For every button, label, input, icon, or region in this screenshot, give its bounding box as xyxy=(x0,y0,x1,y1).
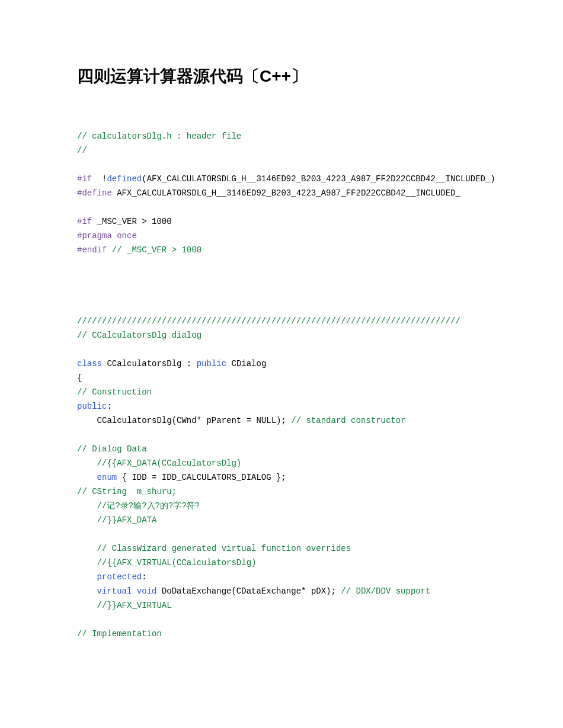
code-token: // CString m_shuru; xyxy=(77,487,177,496)
code-token: CDialog xyxy=(226,359,266,368)
code-token: public xyxy=(77,402,107,411)
code-token: //}}AFX_VIRTUAL xyxy=(97,601,172,610)
code-token: { IDD = IDD_CALCULATORS_DIALOG }; xyxy=(117,473,286,482)
code-token: //{{AFX_VIRTUAL(CCalculatorsDlg) xyxy=(97,558,257,567)
code-token: // Construction xyxy=(77,387,152,397)
code-token: CCalculatorsDlg : xyxy=(102,359,197,368)
code-token: AFX_CALCULATORSDLG_H__3146ED92_B203_4223… xyxy=(112,188,460,198)
code-token: #if xyxy=(77,217,92,226)
code-token: //}}AFX_DATA xyxy=(97,515,157,525)
code-token xyxy=(77,572,97,582)
code-token xyxy=(107,245,111,255)
code-token xyxy=(77,601,97,610)
code-token: #define xyxy=(77,188,112,198)
code-token: DoDataExchange(CDataExchange* pDX); xyxy=(156,586,341,596)
code-token: //记?录?输?入?的?字?符? xyxy=(97,501,200,511)
code-token: protected xyxy=(97,572,142,582)
code-token xyxy=(77,586,97,596)
code-token: #pragma once xyxy=(77,231,137,240)
code-token: { xyxy=(77,373,82,383)
code-token: // CCalculatorsDlg dialog xyxy=(77,331,201,340)
code-token: // DDX/DDV support xyxy=(341,586,430,596)
code-token: enum xyxy=(97,473,117,482)
code-token: // Dialog Data xyxy=(77,444,147,454)
document-title: 四则运算计算器源代码〔C++〕 xyxy=(77,65,486,88)
code-token: void xyxy=(137,586,157,596)
code-token: : xyxy=(142,572,146,582)
code-token: // Implementation xyxy=(77,629,162,639)
code-token: // ClassWizard generated virtual functio… xyxy=(97,544,351,553)
code-token: ////////////////////////////////////////… xyxy=(77,316,460,326)
code-token xyxy=(77,558,97,567)
code-token: // calculatorsDlg.h : header file xyxy=(77,132,241,141)
code-token xyxy=(77,515,97,525)
code-token: // xyxy=(77,146,87,155)
code-token: public xyxy=(197,359,226,368)
code-token: virtual xyxy=(97,586,132,596)
code-token: #endif xyxy=(77,245,107,255)
code-listing: // calculatorsDlg.h : header file // #if… xyxy=(77,129,486,641)
code-token: // _MSC_VER > 1000 xyxy=(112,245,201,255)
code-token: : xyxy=(107,402,111,411)
code-token xyxy=(77,458,97,468)
code-token xyxy=(77,473,97,482)
code-token xyxy=(77,501,97,511)
code-token: #if xyxy=(77,174,97,184)
code-token: CCalculatorsDlg(CWnd* pParent = NULL); xyxy=(77,416,291,425)
code-token: defined xyxy=(107,174,142,184)
code-token xyxy=(132,586,136,596)
code-token: //{{AFX_DATA(CCalculatorsDlg) xyxy=(97,458,242,468)
code-token: ! xyxy=(97,174,107,184)
code-token xyxy=(77,544,97,553)
code-token: _MSC_VER > 1000 xyxy=(92,217,171,226)
code-token: // standard constructor xyxy=(291,416,405,425)
code-token: (AFX_CALCULATORSDLG_H__3146ED92_B203_422… xyxy=(142,174,495,184)
code-token: class xyxy=(77,359,102,368)
